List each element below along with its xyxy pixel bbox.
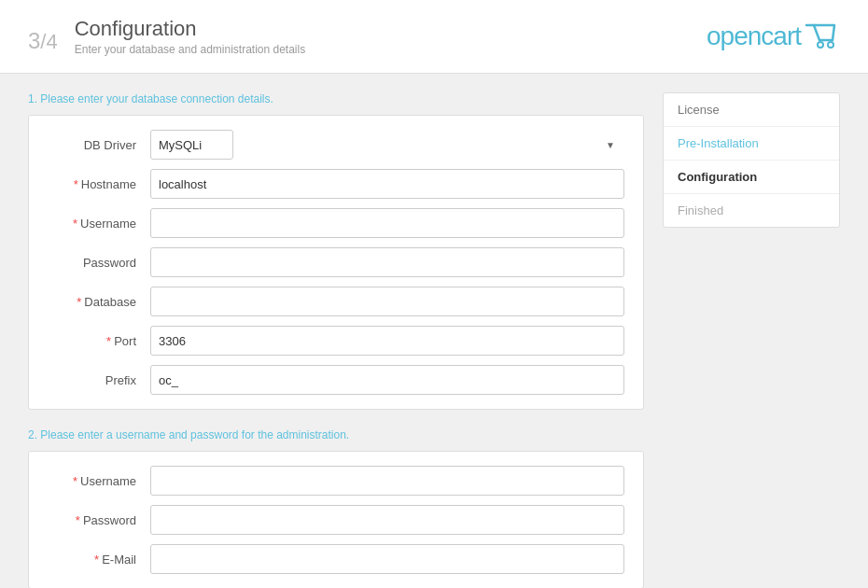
port-label: *Port: [48, 334, 150, 348]
sidebar: License Pre-Installation Configuration F…: [663, 92, 840, 588]
db-username-label-text: Username: [80, 217, 136, 231]
sidebar-item-license[interactable]: License: [664, 93, 839, 127]
port-row: *Port: [48, 326, 624, 356]
db-driver-row: DB Driver MySQLi MySQL PostgreSQL MSSQL: [48, 130, 624, 160]
db-username-row: *Username: [48, 208, 624, 238]
db-password-input[interactable]: [150, 247, 624, 277]
db-password-label: Password: [48, 256, 150, 270]
page-subtitle: Enter your database and administration d…: [75, 43, 305, 56]
logo-text: opencart: [707, 21, 801, 51]
prefix-label-text: Prefix: [105, 373, 136, 387]
hostname-label: *Hostname: [48, 177, 150, 191]
admin-username-input[interactable]: [150, 466, 624, 496]
header-left: 3/4 Configuration Enter your database an…: [28, 17, 305, 56]
cart-icon: [805, 23, 840, 49]
page-title: Configuration: [75, 17, 305, 41]
admin-section-label: 2. Please enter a username and password …: [28, 428, 644, 441]
db-driver-label-text: DB Driver: [84, 138, 136, 152]
sidebar-item-configuration[interactable]: Configuration: [664, 161, 839, 194]
port-required: *: [106, 334, 111, 348]
admin-password-label-text: Password: [83, 513, 136, 527]
admin-email-label-text: E-Mail: [102, 553, 136, 567]
db-driver-select-wrapper: MySQLi MySQL PostgreSQL MSSQL: [150, 130, 624, 160]
database-row: *Database: [48, 287, 624, 316]
db-password-row: Password: [48, 247, 624, 277]
prefix-label: Prefix: [48, 373, 150, 387]
prefix-row: Prefix: [48, 365, 624, 395]
db-username-label: *Username: [48, 217, 150, 231]
header-title: Configuration Enter your database and ad…: [75, 17, 305, 56]
db-form-panel: DB Driver MySQLi MySQL PostgreSQL MSSQL …: [28, 115, 644, 410]
admin-password-row: *Password: [48, 505, 624, 535]
admin-email-row: *E-Mail: [48, 544, 624, 574]
step-current: 3: [28, 28, 40, 53]
admin-password-label: *Password: [48, 513, 150, 527]
db-username-input[interactable]: [150, 208, 624, 238]
admin-username-label: *Username: [48, 474, 150, 488]
hostname-row: *Hostname: [48, 169, 624, 199]
admin-email-label: *E-Mail: [48, 553, 150, 567]
header: 3/4 Configuration Enter your database an…: [0, 0, 868, 74]
admin-username-label-text: Username: [80, 474, 136, 488]
port-input[interactable]: [150, 326, 624, 356]
db-driver-label: DB Driver: [48, 138, 150, 152]
database-label-text: Database: [84, 295, 136, 309]
main-content: 1. Please enter your database connection…: [0, 74, 868, 588]
svg-point-1: [828, 42, 833, 48]
admin-password-required: *: [76, 513, 80, 527]
admin-password-input[interactable]: [150, 505, 624, 535]
step-indicator: 3/4: [28, 19, 58, 54]
database-required: *: [77, 295, 81, 309]
db-username-required: *: [73, 217, 77, 231]
db-driver-select[interactable]: MySQLi MySQL PostgreSQL MSSQL: [150, 130, 233, 160]
admin-email-required: *: [94, 553, 99, 567]
admin-email-input[interactable]: [150, 544, 624, 574]
hostname-input[interactable]: [150, 169, 624, 199]
database-label: *Database: [48, 295, 150, 309]
prefix-input[interactable]: [150, 365, 624, 395]
step-total: /4: [40, 30, 57, 53]
port-label-text: Port: [114, 334, 136, 348]
admin-form-panel: *Username *Password *E-Mail: [28, 451, 644, 588]
sidebar-item-finished[interactable]: Finished: [664, 194, 839, 227]
logo: opencart: [707, 21, 840, 51]
admin-username-required: *: [73, 474, 77, 488]
db-password-label-text: Password: [83, 256, 136, 270]
form-area: 1. Please enter your database connection…: [28, 92, 644, 588]
database-input[interactable]: [150, 287, 624, 316]
admin-username-row: *Username: [48, 466, 624, 496]
sidebar-item-pre-installation[interactable]: Pre-Installation: [664, 127, 839, 161]
db-section-label: 1. Please enter your database connection…: [28, 92, 644, 105]
hostname-required: *: [74, 177, 78, 191]
hostname-label-text: Hostname: [81, 177, 136, 191]
nav-panel: License Pre-Installation Configuration F…: [663, 92, 840, 228]
svg-point-0: [818, 42, 823, 48]
